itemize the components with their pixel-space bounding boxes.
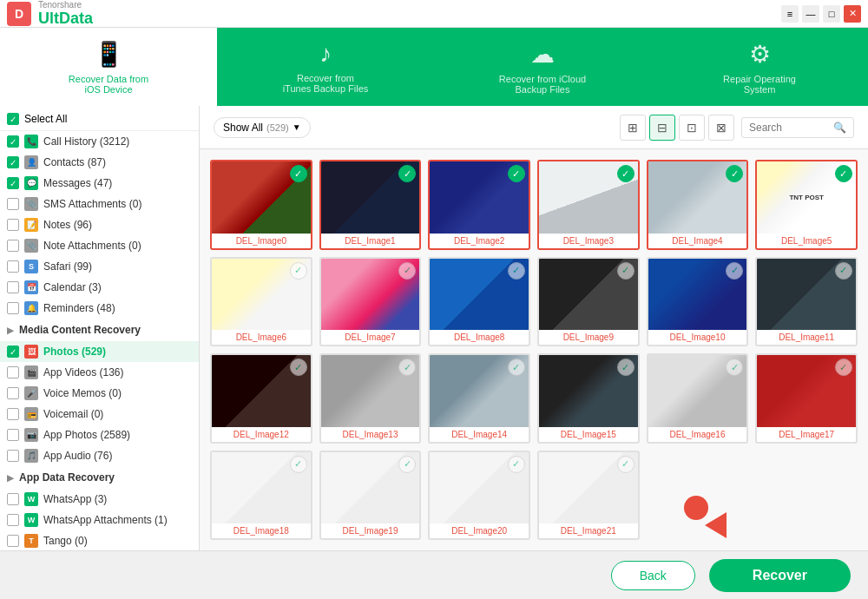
image-checkbox[interactable]: ✓: [835, 262, 852, 280]
image-checkbox[interactable]: ✓: [398, 359, 416, 376]
image-checkbox[interactable]: ✓: [290, 262, 307, 280]
nav-icloud[interactable]: ☁ Recover from iCloud Backup Files: [434, 28, 651, 106]
close-button[interactable]: ✕: [844, 5, 861, 23]
image-checkbox[interactable]: ✓: [508, 262, 525, 280]
image-checkbox[interactable]: ✓: [726, 165, 743, 182]
sidebar-item-sms-attachments[interactable]: 📎 SMS Attachments (0): [0, 194, 199, 214]
recover-button[interactable]: Recover: [709, 559, 851, 592]
image-checkbox[interactable]: ✓: [398, 456, 416, 473]
search-icon[interactable]: 🔍: [833, 122, 846, 134]
image-cell[interactable]: ✓DEL_Image2: [428, 160, 530, 250]
image-checkbox[interactable]: ✓: [290, 456, 307, 473]
sidebar-item-voice-memos[interactable]: 🎤 Voice Memos (0): [0, 383, 199, 404]
image-checkbox[interactable]: ✓: [617, 165, 635, 182]
sidebar-item-notes[interactable]: 📝 Notes (96): [0, 214, 199, 235]
image-cell[interactable]: ✓DEL_Image17: [755, 353, 858, 444]
image-cell[interactable]: ✓DEL_Image6: [210, 257, 312, 347]
image-checkbox[interactable]: ✓: [835, 359, 852, 376]
app-section-header[interactable]: ▶ App Data Recovery: [0, 466, 199, 489]
photos-checkbox[interactable]: ✓: [7, 346, 19, 358]
sidebar-item-messages[interactable]: ✓ 💬 Messages (47): [0, 173, 199, 194]
sidebar-item-calendar[interactable]: 📅 Calendar (3): [0, 277, 199, 298]
image-checkbox[interactable]: ✓: [617, 456, 635, 473]
image-cell[interactable]: ✓DEL_Image16: [647, 353, 749, 444]
image-checkbox[interactable]: ✓: [290, 359, 307, 376]
image-cell[interactable]: ✓DEL_Image14: [428, 353, 530, 444]
note-attachments-checkbox[interactable]: [7, 240, 19, 252]
image-cell[interactable]: ✓DEL_Image18: [210, 451, 312, 541]
image-checkbox[interactable]: ✓: [726, 262, 743, 280]
image-checkbox[interactable]: ✓: [290, 165, 307, 182]
sidebar-item-app-photos[interactable]: 📷 App Photos (2589): [0, 425, 199, 445]
image-checkbox[interactable]: ✓: [398, 262, 416, 280]
view-detail-button[interactable]: ⊡: [679, 115, 705, 141]
whatsapp-attachments-checkbox[interactable]: [7, 514, 19, 526]
call-history-checkbox[interactable]: ✓: [7, 135, 19, 148]
minimize-button[interactable]: —: [802, 5, 819, 23]
voice-memos-checkbox[interactable]: [7, 387, 19, 399]
select-all-checkbox[interactable]: ✓: [7, 113, 19, 125]
notes-checkbox[interactable]: [7, 219, 19, 231]
sidebar-item-voicemail[interactable]: 📻 Voicemail (0): [0, 404, 199, 425]
sidebar-item-whatsapp-attachments[interactable]: W WhatsApp Attachments (1): [0, 510, 199, 530]
sidebar-item-note-attachments[interactable]: 📎 Note Attachments (0): [0, 235, 199, 256]
sidebar-item-safari[interactable]: S Safari (99): [0, 256, 199, 277]
sidebar-item-whatsapp[interactable]: W WhatsApp (3): [0, 489, 199, 510]
image-checkbox[interactable]: ✓: [617, 262, 635, 280]
reminders-checkbox[interactable]: [7, 302, 19, 314]
voicemail-checkbox[interactable]: [7, 408, 19, 420]
sidebar-item-tango[interactable]: T Tango (0): [0, 530, 199, 550]
safari-checkbox[interactable]: [7, 260, 19, 273]
image-cell[interactable]: ✓DEL_Image20: [428, 451, 530, 541]
sidebar-item-contacts[interactable]: ✓ 👤 Contacts (87): [0, 152, 199, 173]
image-cell[interactable]: ✓DEL_Image10: [647, 257, 749, 347]
image-checkbox[interactable]: ✓: [835, 165, 852, 182]
sidebar-item-app-audio[interactable]: 🎵 App Audio (76): [0, 445, 199, 466]
tango-checkbox[interactable]: [7, 535, 19, 547]
calendar-checkbox[interactable]: [7, 281, 19, 293]
image-checkbox[interactable]: ✓: [726, 359, 743, 376]
image-cell[interactable]: ✓DEL_Image8: [428, 257, 530, 347]
maximize-button[interactable]: □: [823, 5, 840, 23]
app-videos-checkbox[interactable]: [7, 366, 19, 378]
view-export-button[interactable]: ⊠: [708, 115, 734, 141]
image-cell[interactable]: ✓DEL_Image13: [319, 353, 422, 444]
search-input[interactable]: [749, 122, 830, 134]
sidebar-item-photos[interactable]: ✓ 🖼 Photos (529): [0, 341, 199, 362]
image-cell[interactable]: ✓DEL_Image7: [319, 257, 422, 347]
image-cell[interactable]: ✓DEL_Image1: [319, 160, 422, 250]
messages-checkbox[interactable]: ✓: [7, 177, 19, 189]
view-grid-button[interactable]: ⊟: [649, 115, 675, 141]
image-cell[interactable]: ✓DEL_Image9: [537, 257, 640, 347]
sidebar-item-reminders[interactable]: 🔔 Reminders (48): [0, 298, 199, 319]
image-cell[interactable]: ✓DEL_Image21: [537, 451, 640, 541]
image-cell[interactable]: ✓DEL_Image4: [647, 160, 749, 250]
nav-itunes[interactable]: ♪ Recover from iTunes Backup Files: [217, 28, 434, 106]
image-cell[interactable]: ✓DEL_Image3: [537, 160, 640, 250]
whatsapp-checkbox[interactable]: [7, 493, 19, 505]
sidebar-item-call-history[interactable]: ✓ 📞 Call History (3212): [0, 131, 199, 152]
image-cell[interactable]: ✓DEL_Image11: [755, 257, 858, 347]
image-checkbox[interactable]: ✓: [617, 359, 635, 376]
menu-button[interactable]: ≡: [781, 5, 799, 23]
nav-repair[interactable]: ⚙ Repair Operating System: [651, 28, 868, 106]
image-cell[interactable]: TNT POST✓DEL_Image5: [755, 160, 858, 250]
image-checkbox[interactable]: ✓: [398, 165, 416, 182]
sidebar-item-app-videos[interactable]: 🎬 App Videos (136): [0, 362, 199, 383]
back-button[interactable]: Back: [611, 561, 695, 590]
image-checkbox[interactable]: ✓: [508, 359, 525, 376]
select-all-row[interactable]: ✓ Select All: [0, 106, 199, 131]
image-cell[interactable]: ✓DEL_Image0: [210, 160, 312, 250]
show-all-dropdown[interactable]: Show All (529) ▼: [214, 117, 311, 138]
view-list-button[interactable]: ⊞: [620, 115, 646, 141]
app-audio-checkbox[interactable]: [7, 450, 19, 462]
image-checkbox[interactable]: ✓: [508, 456, 525, 473]
nav-ios[interactable]: 📱 Recover Data from iOS Device: [0, 28, 217, 106]
image-cell[interactable]: ✓DEL_Image19: [319, 451, 422, 541]
app-photos-checkbox[interactable]: [7, 429, 19, 441]
media-section-header[interactable]: ▶ Media Content Recovery: [0, 319, 199, 341]
contacts-checkbox[interactable]: ✓: [7, 156, 19, 168]
image-checkbox[interactable]: ✓: [508, 165, 525, 182]
image-cell[interactable]: ✓DEL_Image15: [537, 353, 640, 444]
image-cell[interactable]: ✓DEL_Image12: [210, 353, 312, 444]
